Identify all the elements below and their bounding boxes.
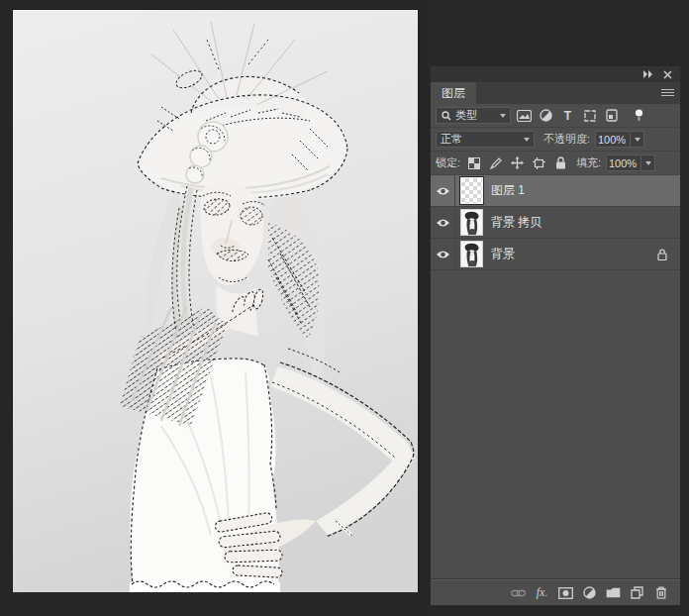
layer-row-background-copy[interactable]: 背景 拷贝 (431, 207, 680, 239)
fill-scrubber[interactable] (641, 154, 655, 171)
layer-row-background[interactable]: 背景 (431, 239, 680, 270)
add-layer-mask-icon[interactable] (557, 584, 574, 601)
link-layers-icon[interactable] (510, 584, 527, 601)
close-icon[interactable] (663, 70, 672, 79)
panel-tab-bar: 图层 (431, 82, 680, 104)
shape-layer-filter-icon[interactable] (581, 107, 598, 124)
eye-icon (436, 186, 450, 196)
adjustment-layer-filter-icon[interactable] (538, 107, 554, 124)
filter-kind-label: 类型 (455, 108, 477, 123)
layer-locked-icon (653, 246, 670, 262)
lock-all-icon[interactable] (552, 154, 569, 171)
fill-label: 填充: (576, 155, 601, 170)
layer-name[interactable]: 背景 拷贝 (491, 214, 680, 231)
panel-menu-icon[interactable] (661, 89, 674, 98)
layer-style-icon[interactable]: fx. (534, 584, 550, 601)
panel-chrome-bar (431, 66, 680, 82)
document-area (0, 0, 428, 616)
pixel-layer-filter-icon[interactable] (516, 107, 533, 124)
blend-mode-dropdown[interactable]: 正常 (436, 131, 535, 148)
layers-panel: 图层 类型 T (430, 65, 681, 606)
tab-layers-label: 图层 (442, 85, 465, 102)
delete-layer-icon[interactable] (652, 584, 669, 601)
eye-icon (436, 218, 450, 228)
lock-transparency-icon[interactable] (465, 154, 482, 171)
collapse-panels-icon[interactable] (642, 70, 653, 78)
new-adjustment-layer-icon[interactable] (581, 584, 598, 601)
lock-pixels-icon[interactable] (487, 154, 504, 171)
blend-mode-value: 正常 (441, 132, 462, 147)
layer-filter-dropdown[interactable]: 类型 (436, 107, 511, 124)
visibility-toggle[interactable] (431, 239, 455, 269)
search-icon (441, 110, 451, 121)
layers-bottom-toolbar: fx. (431, 579, 680, 605)
fill-value: 100% (609, 157, 637, 169)
filtering-toggle-icon[interactable] (631, 107, 647, 124)
lock-artboard-icon[interactable] (531, 154, 547, 171)
layer-row-layer1[interactable]: 图层 1 (431, 175, 680, 207)
layer-thumbnail-transparent[interactable] (460, 177, 483, 204)
visibility-toggle[interactable] (431, 207, 455, 238)
opacity-input[interactable]: 100% (595, 131, 631, 148)
visibility-toggle[interactable] (431, 175, 455, 206)
filter-row: 类型 T (431, 104, 680, 128)
layer-name[interactable]: 图层 1 (491, 182, 680, 199)
layer-name[interactable]: 背景 (491, 246, 653, 262)
opacity-scrubber[interactable] (631, 131, 644, 148)
lock-position-icon[interactable] (509, 154, 526, 171)
eye-icon (436, 250, 450, 259)
lock-label: 锁定: (436, 155, 460, 170)
tab-layers[interactable]: 图层 (431, 82, 476, 104)
layer-list: 图层 1 背景 拷贝 背景 (431, 175, 680, 579)
chevron-down-icon (524, 138, 530, 142)
layer-thumbnail-photo[interactable] (460, 241, 483, 267)
chevron-down-icon (500, 114, 506, 118)
fx-label: fx (537, 585, 545, 600)
canvas-image[interactable] (13, 10, 418, 591)
blend-row: 正常 不透明度: 100% (431, 128, 680, 152)
fill-input[interactable]: 100% (606, 154, 641, 171)
lock-row: 锁定: 填充: 100% (431, 152, 680, 175)
type-layer-filter-icon[interactable]: T (559, 107, 576, 124)
new-group-icon[interactable] (605, 584, 622, 601)
opacity-label: 不透明度: (543, 132, 590, 147)
opacity-value: 100% (598, 134, 626, 146)
photoshop-workspace: 图层 类型 T (0, 0, 689, 616)
layer-thumbnail-photo[interactable] (460, 209, 483, 236)
smart-object-filter-icon[interactable] (603, 107, 620, 124)
new-layer-icon[interactable] (629, 584, 645, 601)
